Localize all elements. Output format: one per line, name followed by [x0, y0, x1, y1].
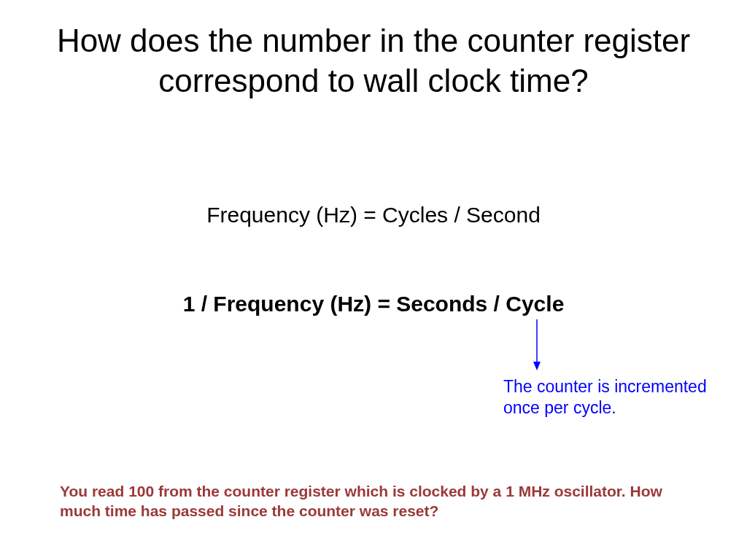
question-text: You read 100 from the counter register w… — [60, 481, 703, 521]
equation-inverse-frequency: 1 / Frequency (Hz) = Seconds / Cycle — [0, 292, 747, 316]
annotation-text: The counter is incremented once per cycl… — [503, 376, 729, 419]
svg-marker-1 — [533, 362, 541, 370]
arrow-icon — [531, 319, 543, 373]
equation-frequency: Frequency (Hz) = Cycles / Second — [0, 203, 747, 228]
slide-title: How does the number in the counter regis… — [0, 20, 747, 101]
